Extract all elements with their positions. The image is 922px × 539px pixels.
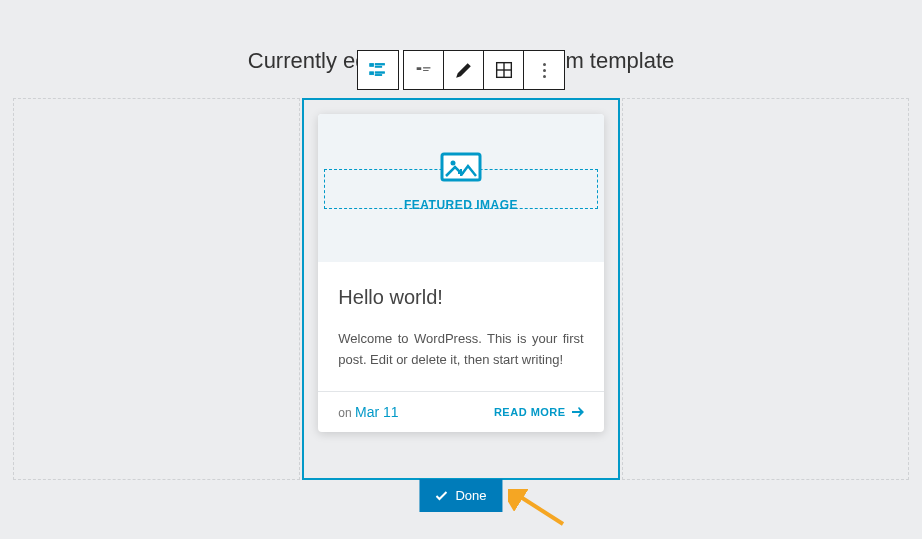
- date-value: Mar 11: [355, 404, 399, 420]
- svg-line-14: [516, 494, 563, 524]
- template-grid: FEATURED IMAGE Hello world! Welcome to W…: [13, 98, 909, 480]
- grid-layout-button[interactable]: [484, 51, 524, 89]
- kebab-icon: [543, 63, 546, 78]
- block-toolbar: [357, 50, 565, 90]
- grid-column-left[interactable]: [13, 98, 300, 480]
- drag-handle-button[interactable]: [404, 51, 444, 89]
- svg-rect-4: [375, 72, 384, 73]
- annotation-arrow-icon: [508, 489, 568, 529]
- svg-rect-7: [423, 67, 430, 68]
- post-date[interactable]: on Mar 11: [338, 404, 398, 420]
- grid-column-right[interactable]: [622, 98, 909, 480]
- more-options-button[interactable]: [524, 51, 564, 89]
- image-placeholder-icon: [318, 152, 603, 188]
- post-title[interactable]: Hello world!: [338, 286, 583, 309]
- svg-rect-12: [442, 154, 480, 180]
- svg-rect-1: [375, 64, 384, 65]
- svg-rect-8: [423, 70, 429, 71]
- done-button[interactable]: Done: [419, 479, 502, 512]
- check-icon: [435, 491, 447, 501]
- grid-column-selected[interactable]: FEATURED IMAGE Hello world! Welcome to W…: [302, 98, 619, 480]
- post-card: FEATURED IMAGE Hello world! Welcome to W…: [318, 114, 603, 432]
- featured-image-label: FEATURED IMAGE: [318, 198, 603, 212]
- post-excerpt[interactable]: Welcome to WordPress. This is your first…: [338, 329, 583, 371]
- edit-pencil-button[interactable]: [444, 51, 484, 89]
- arrow-right-icon: [572, 407, 584, 417]
- featured-image-area[interactable]: FEATURED IMAGE: [318, 114, 603, 262]
- svg-rect-2: [375, 66, 381, 67]
- read-more-link[interactable]: READ MORE: [494, 406, 584, 418]
- svg-point-13: [450, 161, 455, 166]
- loop-block-icon-button[interactable]: [358, 51, 398, 89]
- svg-rect-3: [370, 72, 374, 75]
- date-prefix: on: [338, 406, 351, 420]
- svg-rect-6: [416, 67, 421, 70]
- svg-rect-5: [375, 75, 381, 76]
- svg-rect-0: [370, 64, 374, 67]
